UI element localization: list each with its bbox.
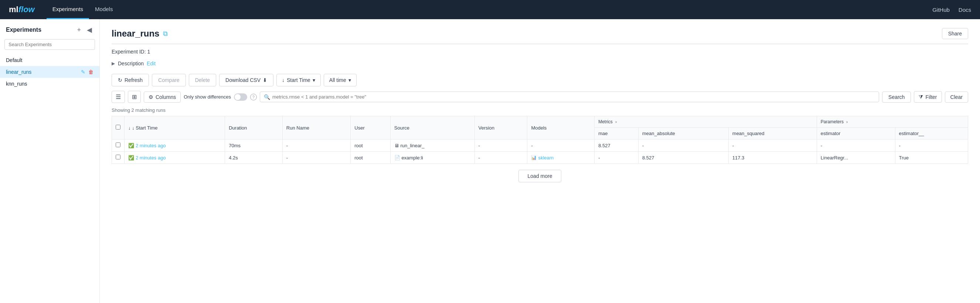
td-mean-absolute-1: - [638, 140, 729, 152]
td-source-2: 📄 example:li [390, 152, 474, 164]
sidebar-title: Experiments [6, 27, 41, 33]
add-experiment-button[interactable]: + [75, 25, 83, 35]
table-row: ✅ 2 minutes ago 70ms - root 🖥 run_linear… [112, 140, 968, 152]
th-params-section[interactable]: Parameters › [817, 116, 968, 128]
th-checkbox [112, 116, 124, 140]
download-csv-button[interactable]: Download CSV ⬇ [219, 74, 274, 86]
delete-linear-runs-icon[interactable]: 🗑 [88, 69, 94, 75]
metrics-expand-icon[interactable]: › [615, 120, 617, 124]
th-estimator: estimator [817, 128, 895, 140]
sklearn-link[interactable]: 📊 sklearn [531, 155, 590, 160]
share-button[interactable]: Share [942, 28, 968, 39]
list-icon: ☰ [116, 94, 121, 100]
main-content: linear_runs ⧉ Share Experiment ID: 1 ▶ D… [100, 19, 980, 303]
search-field-input[interactable] [272, 92, 875, 102]
start-time-select[interactable]: ↓ Start Time ▾ [277, 74, 321, 86]
all-time-chevron-icon: ▾ [348, 77, 351, 83]
sidebar-item-default[interactable]: Default ✎ 🗑 [0, 54, 99, 66]
copy-title-icon[interactable]: ⧉ [163, 30, 168, 38]
success-icon-1: ✅ [128, 143, 134, 148]
experiment-name-linear-runs: linear_runs [6, 69, 32, 75]
columns-settings-icon: ⚙ [148, 94, 153, 100]
sidebar-header: Experiments + ◀ [0, 25, 99, 39]
edit-default-icon[interactable]: ✎ [81, 57, 85, 63]
nav-experiments[interactable]: Experiments [46, 0, 89, 19]
td-estimator-1: - [817, 140, 895, 152]
nav-github[interactable]: GitHub [932, 6, 950, 13]
matching-count: Showing 2 matching runs [111, 107, 968, 113]
delete-knn-runs-icon[interactable]: 🗑 [88, 81, 94, 87]
list-view-button[interactable]: ☰ [111, 91, 125, 103]
row-checkbox-2[interactable] [116, 155, 121, 159]
download-icon: ⬇ [263, 77, 267, 83]
edit-linear-runs-icon[interactable]: ✎ [81, 69, 85, 75]
all-time-select[interactable]: All time ▾ [324, 74, 356, 86]
compare-label: Compare [158, 77, 180, 83]
th-metrics-section[interactable]: Metrics › [595, 116, 817, 128]
description-row: ▶ Description Edit [111, 60, 968, 67]
start-time-label: Start Time [287, 77, 310, 83]
diff-toggle-switch[interactable] [234, 94, 247, 101]
th-start-time[interactable]: ↓ ↓ Start Time [124, 116, 225, 140]
params-expand-icon[interactable]: › [846, 120, 848, 124]
nav-models[interactable]: Models [89, 0, 119, 19]
td-mean-squared-1: - [729, 140, 817, 152]
filter-label: Filter [925, 94, 937, 100]
th-source: Source [390, 116, 474, 140]
td-start-time-1: ✅ 2 minutes ago [124, 140, 225, 152]
start-time-sort-icon: ↓ [128, 125, 131, 131]
th-mean-absolute: mean_absolute [638, 128, 729, 140]
compare-button[interactable]: Compare [152, 74, 186, 86]
td-run-name-1: - [282, 140, 350, 152]
logo-flow: flow [19, 5, 35, 14]
layout: Experiments + ◀ Default ✎ 🗑 linear_runs … [0, 19, 980, 303]
delete-label: Delete [195, 77, 210, 83]
row-checkbox-1[interactable] [116, 143, 121, 147]
td-checkbox-1 [112, 140, 124, 152]
load-more-wrap: Load more [111, 164, 968, 188]
sidebar-item-linear-runs[interactable]: linear_runs ✎ 🗑 [0, 66, 99, 78]
search-experiments-input[interactable] [5, 39, 95, 50]
sidebar-actions: + ◀ [75, 25, 94, 35]
td-version-2: - [474, 152, 527, 164]
search-row: ☰ ⊞ ⚙ Columns Only show differences ? 🔍 … [111, 91, 968, 103]
select-all-checkbox[interactable] [116, 125, 121, 130]
filter-button[interactable]: ⧩ Filter [914, 91, 942, 103]
diff-help-icon[interactable]: ? [250, 94, 257, 100]
start-time-link-1[interactable]: ✅ 2 minutes ago [128, 143, 221, 148]
collapse-sidebar-button[interactable]: ◀ [85, 25, 94, 35]
experiment-name-default: Default [6, 57, 22, 63]
description-toggle[interactable]: ▶ [111, 61, 115, 66]
grid-view-button[interactable]: ⊞ [128, 91, 141, 103]
columns-button[interactable]: ⚙ Columns [144, 92, 181, 103]
experiment-id-value: 1 [147, 49, 150, 55]
td-mean-squared-2: 117.3 [729, 152, 817, 164]
edit-knn-runs-icon[interactable]: ✎ [81, 81, 85, 87]
clear-button[interactable]: Clear [945, 92, 968, 103]
top-nav: mlflow Experiments Models GitHub Docs [0, 0, 980, 19]
all-time-label: All time [329, 77, 346, 83]
th-models: Models [527, 116, 595, 140]
refresh-button[interactable]: ↻ Refresh [111, 74, 149, 86]
experiment-id-label: Experiment ID: [111, 49, 146, 55]
th-mean-squared: mean_squared [729, 128, 817, 140]
td-start-time-2: ✅ 2 minutes ago [124, 152, 225, 164]
nav-docs[interactable]: Docs [959, 6, 971, 13]
page-header: linear_runs ⧉ Share [111, 28, 968, 44]
experiment-linear-runs-actions: ✎ 🗑 [81, 69, 94, 75]
logo-ml: ml [9, 5, 19, 14]
delete-default-icon[interactable]: 🗑 [88, 57, 94, 63]
search-button[interactable]: Search [882, 92, 911, 103]
sidebar-item-knn-runs[interactable]: knn_runs ✎ 🗑 [0, 78, 99, 90]
diff-toggle-wrap: Only show differences ? [184, 94, 257, 101]
start-time-link-2[interactable]: ✅ 2 minutes ago [128, 155, 221, 160]
td-estimator-2: LinearRegr... [817, 152, 895, 164]
sklearn-icon: 📊 [531, 155, 536, 160]
load-more-button[interactable]: Load more [519, 170, 562, 182]
experiment-name-knn-runs: knn_runs [6, 81, 27, 87]
columns-label: Columns [156, 94, 176, 100]
th-user: User [351, 116, 391, 140]
td-user-2: root [351, 152, 391, 164]
delete-button[interactable]: Delete [189, 74, 216, 86]
description-edit-link[interactable]: Edit [147, 60, 156, 67]
